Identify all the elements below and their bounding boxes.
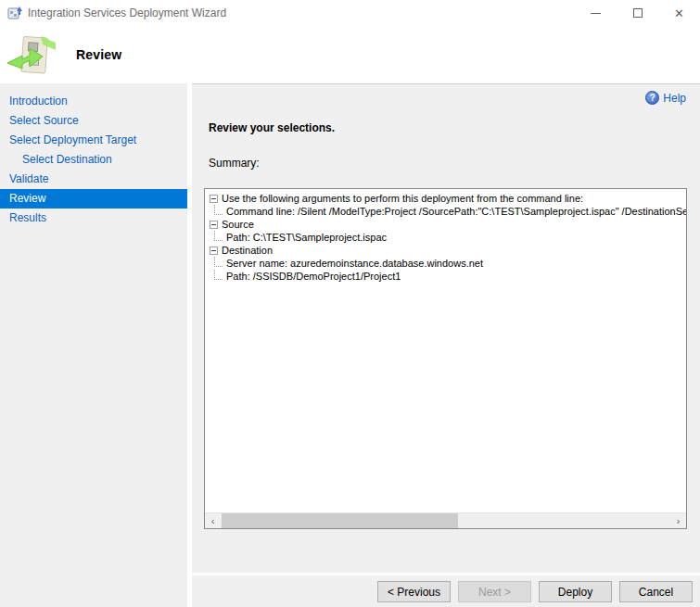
tree-node-destination-path[interactable]: Path: /SSISDB/DemoProject1/Project1 bbox=[205, 270, 686, 283]
help-icon: ? bbox=[645, 91, 659, 105]
wizard-steps-sidebar: Introduction Select Source Select Deploy… bbox=[0, 83, 187, 607]
sidebar-item-select-deployment-target[interactable]: Select Deployment Target bbox=[0, 131, 187, 150]
next-button[interactable]: Next > bbox=[458, 581, 531, 602]
close-button[interactable]: ✕ bbox=[658, 0, 700, 26]
wizard-footer: < Previous Next > Deploy Cancel bbox=[192, 575, 700, 607]
tree-connector bbox=[214, 257, 223, 267]
help-link[interactable]: ? Help bbox=[645, 91, 686, 105]
sidebar-item-select-source[interactable]: Select Source bbox=[0, 111, 187, 131]
tree-node-label: Server name: azuredemoinstance.database.… bbox=[226, 257, 483, 270]
sidebar-item-results[interactable]: Results bbox=[0, 209, 187, 228]
wizard-window: Integration Services Deployment Wizard ✕… bbox=[0, 0, 700, 607]
tree-node-label: Source bbox=[222, 218, 254, 231]
tree-node-label: Path: /SSISDB/DemoProject1/Project1 bbox=[226, 270, 401, 283]
tree-node-server-name[interactable]: Server name: azuredemoinstance.database.… bbox=[205, 257, 686, 270]
tree-node-label: Command line: /Silent /ModelType:Project… bbox=[226, 205, 687, 218]
sidebar-item-validate[interactable]: Validate bbox=[0, 170, 187, 189]
deploy-button[interactable]: Deploy bbox=[539, 581, 612, 602]
tree-node-command-args[interactable]: Use the following arguments to perform t… bbox=[205, 192, 686, 205]
window-title: Integration Services Deployment Wizard bbox=[28, 6, 575, 19]
previous-button[interactable]: < Previous bbox=[377, 581, 451, 602]
maximize-button[interactable] bbox=[617, 0, 658, 26]
scroll-left-arrow-icon[interactable]: ‹ bbox=[205, 513, 221, 528]
scroll-right-arrow-icon[interactable]: › bbox=[670, 513, 686, 528]
sidebar-item-review[interactable]: Review bbox=[0, 189, 187, 209]
tree-connector bbox=[214, 205, 223, 215]
minimize-button[interactable] bbox=[575, 0, 617, 26]
collapse-icon[interactable] bbox=[210, 195, 218, 203]
tree-connector bbox=[214, 270, 223, 280]
scrollbar-thumb[interactable] bbox=[222, 513, 458, 528]
tree-node-command-line[interactable]: Command line: /Silent /ModelType:Project… bbox=[205, 205, 686, 218]
close-icon: ✕ bbox=[674, 7, 684, 19]
tree-connector bbox=[214, 231, 223, 241]
sidebar-item-introduction[interactable]: Introduction bbox=[0, 92, 187, 111]
tree-node-source[interactable]: Source bbox=[205, 218, 686, 231]
review-page: ? Help Review your selections. Summary: … bbox=[192, 84, 700, 573]
tree-node-label: Destination bbox=[222, 244, 273, 257]
wizard-header: Review bbox=[0, 26, 700, 83]
app-icon bbox=[7, 6, 22, 20]
summary-label: Summary: bbox=[209, 157, 260, 170]
collapse-icon[interactable] bbox=[210, 247, 218, 255]
tree-node-label: Use the following arguments to perform t… bbox=[222, 192, 583, 205]
cancel-button[interactable]: Cancel bbox=[619, 581, 693, 602]
tree-node-source-path[interactable]: Path: C:\TEST\Sampleproject.ispac bbox=[205, 231, 686, 244]
sidebar-item-select-destination[interactable]: Select Destination bbox=[0, 150, 187, 170]
maximize-icon bbox=[633, 8, 643, 18]
page-heading: Review your selections. bbox=[209, 121, 335, 134]
collapse-icon[interactable] bbox=[210, 221, 218, 229]
minimize-icon bbox=[591, 13, 601, 14]
window-controls: ✕ bbox=[575, 0, 700, 26]
title-bar: Integration Services Deployment Wizard ✕ bbox=[0, 0, 700, 26]
tree-node-destination[interactable]: Destination bbox=[205, 244, 686, 257]
summary-tree[interactable]: Use the following arguments to perform t… bbox=[204, 188, 687, 529]
page-title: Review bbox=[76, 47, 121, 62]
horizontal-scrollbar[interactable]: ‹ › bbox=[205, 512, 686, 528]
deployment-wizard-icon bbox=[7, 32, 56, 80]
help-label: Help bbox=[663, 92, 686, 105]
tree-node-label: Path: C:\TEST\Sampleproject.ispac bbox=[226, 231, 387, 244]
content-column: ? Help Review your selections. Summary: … bbox=[192, 83, 700, 607]
wizard-body: Introduction Select Source Select Deploy… bbox=[0, 83, 700, 607]
